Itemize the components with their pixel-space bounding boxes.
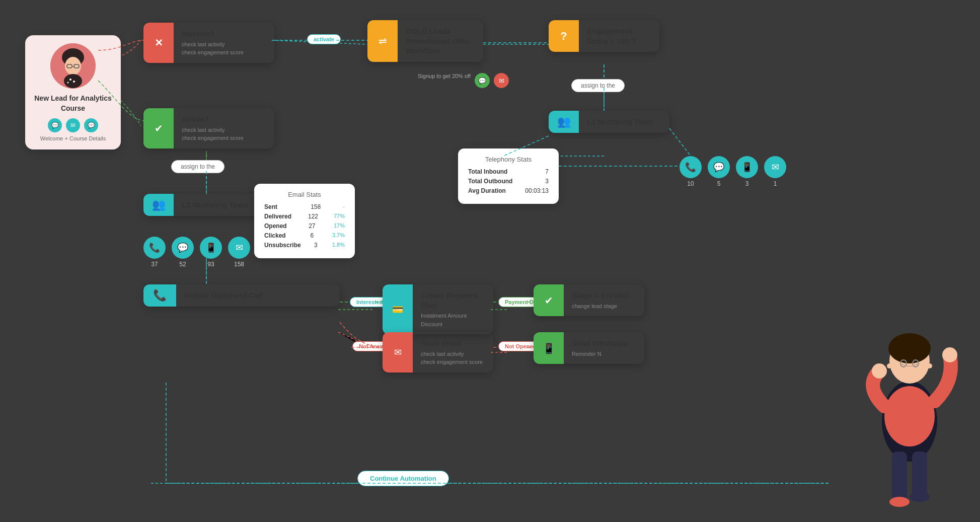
engagement-title: Engagement Score > 100 ?	[587, 26, 651, 46]
enrolled-title: Stage = Enroled	[572, 290, 636, 301]
send-whatsapp-content: Send Whatsapp Reminder N	[564, 332, 644, 364]
l1-call-count: 10	[687, 180, 694, 187]
svg-point-25	[910, 492, 930, 502]
l1-content: L1 Nurturing Team	[579, 111, 669, 133]
lead-name: New Lead for Analytics Course	[33, 94, 113, 113]
outbound-title: Initiate Outbound Call	[184, 290, 332, 301]
outbound-content: Initiate Outbound Call	[176, 284, 340, 307]
svg-point-29	[872, 363, 887, 379]
l1-chat-wrap: 💬 5	[708, 156, 730, 187]
enrolled-content: Stage = Enroled change lead stage	[564, 284, 644, 316]
inactive-node: ✕ Inactive? check last activity check en…	[143, 23, 274, 63]
l1-email-icon[interactable]: ✉	[764, 156, 786, 178]
email-opened-row: Opened 27 17%	[264, 222, 345, 230]
cold-workflow-node: ⇌ COLD Leads Promotional Offer Workflow	[367, 20, 483, 62]
inbound-label: Total Inbound	[468, 168, 507, 175]
l2-call-icon[interactable]: 📞	[143, 237, 166, 259]
payment-content: Create Payment Plan Instalment Amount Di…	[413, 284, 493, 334]
engagement-icon-header: ?	[549, 20, 579, 52]
l1-action-icons: 📞 10 💬 5 📱 3 ✉ 1	[680, 156, 786, 187]
email-icon[interactable]: ✉	[66, 118, 80, 132]
promo-text: Signup to get 20% off	[418, 73, 471, 88]
whatsapp-icon[interactable]: 💬	[48, 118, 62, 132]
send-email-subtitle: check last activity check engagement sco…	[421, 350, 485, 366]
enrolled-subtitle: change lead stage	[572, 302, 636, 311]
l2-email-wrap: ✉ 158	[228, 237, 250, 268]
cold-title: COLD Leads Promotional Offer Workflow	[406, 26, 475, 56]
duration-value: 00:03:13	[525, 187, 549, 194]
inbound-value: 7	[545, 168, 549, 175]
svg-point-17	[64, 74, 82, 88]
send-email-node: ✉ Send Email check last activity check e…	[383, 332, 493, 372]
cold-content: COLD Leads Promotional Offer Workflow	[398, 20, 483, 62]
payment-plan-node: 💳 Create Payment Plan Instalment Amount …	[383, 284, 493, 334]
l2-chat-count: 52	[179, 261, 186, 268]
promo-icons: Signup to get 20% off 💬 ✉	[418, 73, 509, 88]
payment-subtitle: Instalment Amount Discount	[421, 312, 485, 328]
l2-title: L2 Nurturing Team	[182, 200, 266, 210]
telephony-inbound-row: Total Inbound 7	[468, 168, 549, 175]
email-delivered-row: Delivered 122 77%	[264, 213, 345, 220]
l2-icon-header: 👥	[143, 194, 174, 216]
telephony-duration-row: Avg Duration 00:03:13	[468, 187, 549, 194]
svg-point-18	[69, 79, 71, 81]
l1-call-icon[interactable]: 📞	[680, 156, 702, 178]
inactive-subtitle: check last activity check engagement sco…	[182, 40, 266, 57]
l2-call-wrap: 📞 37	[143, 237, 166, 268]
l1-chat-icon[interactable]: 💬	[708, 156, 730, 178]
duration-label: Avg Duration	[468, 187, 506, 194]
l2-action-icons: 📞 37 💬 52 📱 93 ✉ 158	[143, 237, 250, 268]
l1-team-node: 👥 L1 Nurturing Team	[549, 111, 669, 133]
outbound-icon-header: 📞	[143, 284, 176, 307]
whatsapp-icon-header: 📱	[534, 332, 564, 364]
telephony-outbound-row: Total Outbound 3	[468, 178, 549, 185]
l2-email-count: 158	[234, 261, 244, 268]
active-node: ✔ Active? check last activity check enga…	[143, 108, 274, 148]
svg-point-30	[942, 347, 957, 362]
enrolled-icon-header: ✔	[534, 284, 564, 316]
email-clicked-row: Clicked 6 3.7%	[264, 232, 345, 239]
active-icon-header: ✔	[143, 108, 174, 148]
assign-label-left: assign to the	[171, 160, 224, 173]
lead-card: New Lead for Analytics Course 💬 ✉ 💬 Welc…	[25, 35, 121, 150]
svg-point-20	[67, 82, 69, 84]
avatar	[50, 43, 96, 89]
outbound-call-node: 📞 Initiate Outbound Call	[143, 284, 340, 307]
svg-point-34	[927, 363, 932, 368]
inactive-icon-header: ✕	[143, 23, 174, 63]
send-whatsapp-title: Send Whatsapp	[572, 338, 636, 348]
email-promo-icon: ✉	[494, 73, 509, 88]
l2-whatsapp-icon[interactable]: 📱	[200, 237, 222, 259]
workflow-canvas: New Lead for Analytics Course 💬 ✉ 💬 Welc…	[0, 0, 980, 522]
whatsapp-promo-icon: 💬	[475, 73, 490, 88]
telephony-stats-card: Telephony Stats Total Inbound 7 Total Ou…	[458, 148, 559, 204]
svg-rect-23	[912, 452, 927, 497]
assign-label-right: assign to the	[571, 79, 625, 92]
payment-title: Create Payment Plan	[421, 290, 485, 310]
lead-sub-label: Welcome + Course Details	[33, 135, 113, 141]
l2-whatsapp-wrap: 📱 93	[200, 237, 222, 268]
l2-chat-icon[interactable]: 💬	[172, 237, 194, 259]
email-sent-row: Sent 158 -	[264, 203, 345, 210]
character-illustration	[839, 270, 980, 522]
inactive-content: Inactive? check last activity check enga…	[174, 23, 274, 63]
l1-whatsapp-icon[interactable]: 📱	[736, 156, 758, 178]
l1-title: L1 Nurturing Team	[587, 117, 661, 127]
l2-email-icon[interactable]: ✉	[228, 237, 250, 259]
activate-badge: activate	[307, 34, 341, 44]
l1-chat-count: 5	[717, 180, 721, 187]
inactive-title: Inactive?	[182, 29, 266, 39]
engagement-content: Engagement Score > 100 ?	[579, 20, 659, 52]
send-whatsapp-subtitle: Reminder N	[572, 350, 636, 358]
outbound-label: Total Outbound	[468, 178, 512, 185]
payment-icon-header: 💳	[383, 284, 413, 334]
active-subtitle: check last activity check engagement sco…	[182, 126, 266, 142]
active-title: Active?	[182, 114, 266, 124]
email-stats-title: Email Stats	[264, 191, 345, 198]
chat-icon[interactable]: 💬	[84, 118, 98, 132]
continue-automation-button[interactable]: Continue Automation	[357, 471, 449, 486]
l2-whatsapp-count: 93	[207, 261, 214, 268]
stage-enrolled-node: ✔ Stage = Enroled change lead stage	[534, 284, 644, 316]
svg-point-19	[73, 81, 75, 83]
l1-whatsapp-wrap: 📱 3	[736, 156, 758, 187]
